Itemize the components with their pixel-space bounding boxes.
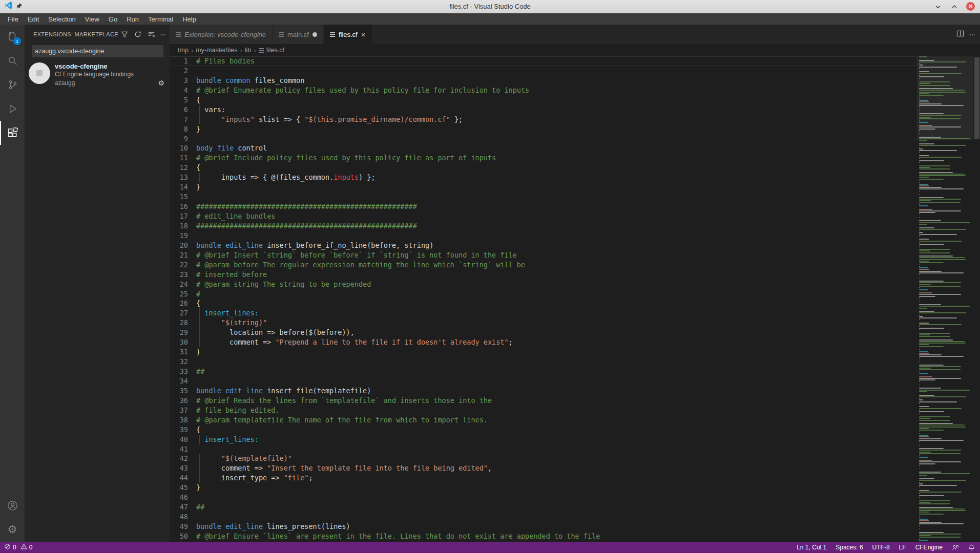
code-line[interactable]: 24# @param string The string to be prepe…: [170, 280, 973, 289]
breadcrumb-item[interactable]: my-masterfiles: [196, 47, 237, 54]
menu-item-view[interactable]: View: [80, 14, 104, 24]
breadcrumb-item[interactable]: tmp: [178, 47, 189, 54]
indentation-status[interactable]: Spaces: 6: [836, 544, 863, 551]
line-number[interactable]: 19: [170, 231, 196, 241]
line-number[interactable]: 21: [170, 250, 196, 260]
code-line[interactable]: 37# file being edited.: [170, 406, 973, 415]
code-line[interactable]: 20bundle edit_line insert_before_if_no_l…: [170, 241, 973, 250]
code-line[interactable]: 15: [170, 192, 973, 202]
tab-close-icon[interactable]: ×: [361, 31, 366, 38]
code-line[interactable]: 2: [170, 66, 973, 76]
code-line[interactable]: 47##: [170, 502, 973, 512]
code-line[interactable]: 25#: [170, 289, 973, 299]
code-line[interactable]: 12{: [170, 163, 973, 173]
code-line[interactable]: 49bundle edit_line lines_present(lines): [170, 522, 973, 531]
tab-files-cf[interactable]: files.cf×: [324, 25, 372, 44]
breadcrumb-item[interactable]: lib: [245, 47, 252, 54]
code-line[interactable]: 1# Files bodies: [170, 56, 973, 66]
line-number[interactable]: 23: [170, 270, 196, 280]
eol-status[interactable]: LF: [899, 544, 906, 551]
code-line[interactable]: 6 vars:: [170, 105, 973, 115]
problems-status[interactable]: 0 0: [4, 543, 32, 551]
close-button[interactable]: ✕: [966, 2, 975, 11]
code-line[interactable]: 30 comment => "Prepend a line to the fil…: [170, 337, 973, 347]
breadcrumb-item[interactable]: files.cf: [266, 47, 284, 54]
code-line[interactable]: 31}: [170, 347, 973, 357]
minimap[interactable]: [917, 56, 973, 542]
language-mode-status[interactable]: CFEngine: [915, 544, 943, 551]
line-number[interactable]: 48: [170, 512, 196, 522]
code-line[interactable]: 7 "inputs" slist => { "$(this.promise_di…: [170, 115, 973, 124]
explorer-icon[interactable]: 1: [0, 25, 25, 49]
code-line[interactable]: 34: [170, 376, 973, 386]
code-line[interactable]: 18######################################…: [170, 221, 973, 231]
code-line[interactable]: 5{: [170, 95, 973, 105]
code-line[interactable]: 10body file control: [170, 143, 973, 153]
line-number[interactable]: 45: [170, 483, 196, 493]
feedback-icon[interactable]: [952, 544, 959, 551]
line-number[interactable]: 16: [170, 202, 196, 211]
menu-item-help[interactable]: Help: [178, 14, 201, 24]
line-number[interactable]: 37: [170, 406, 196, 415]
line-number[interactable]: 12: [170, 163, 196, 173]
line-number[interactable]: 44: [170, 473, 196, 483]
modified-dot-icon[interactable]: [312, 32, 317, 37]
code-line[interactable]: 35bundle edit_line insert_file(templatef…: [170, 386, 973, 396]
code-line[interactable]: 43 comment => "Insert the template file …: [170, 463, 973, 473]
code-line[interactable]: 44 insert_type => "file";: [170, 473, 973, 483]
line-number[interactable]: 3: [170, 76, 196, 86]
line-number[interactable]: 17: [170, 211, 196, 221]
code-line[interactable]: 14}: [170, 182, 973, 192]
line-number[interactable]: 7: [170, 115, 196, 124]
code-line[interactable]: 13 inputs => { @(files_common.inputs) };: [170, 173, 973, 182]
code-line[interactable]: 46: [170, 493, 973, 502]
line-number[interactable]: 13: [170, 173, 196, 182]
extension-search-input[interactable]: [32, 48, 163, 55]
source-control-icon[interactable]: [0, 73, 25, 97]
line-number[interactable]: 30: [170, 337, 196, 347]
line-number[interactable]: 26: [170, 299, 196, 308]
line-number[interactable]: 10: [170, 143, 196, 153]
code-editor[interactable]: 1# Files bodies23bundle common files_com…: [170, 56, 980, 542]
line-number[interactable]: 46: [170, 493, 196, 502]
line-number[interactable]: 40: [170, 435, 196, 444]
code-line[interactable]: 50# @brief Ensure `lines` are present in…: [170, 531, 973, 541]
line-number[interactable]: 9: [170, 134, 196, 144]
line-number[interactable]: 33: [170, 367, 196, 376]
split-editor-icon[interactable]: [956, 30, 964, 39]
code-line[interactable]: 23# inserted before: [170, 270, 973, 280]
pin-icon[interactable]: [16, 2, 23, 11]
code-line[interactable]: 42 "$(templatefile)": [170, 454, 973, 463]
line-number[interactable]: 8: [170, 124, 196, 134]
code-line[interactable]: 38# @param templatefile The name of the …: [170, 415, 973, 425]
refresh-icon[interactable]: [133, 30, 142, 39]
code-line[interactable]: 11# @brief Include policy files used by …: [170, 153, 973, 163]
menu-item-go[interactable]: Go: [104, 14, 122, 24]
line-number[interactable]: 20: [170, 241, 196, 250]
line-number[interactable]: 14: [170, 182, 196, 192]
line-number[interactable]: 50: [170, 531, 196, 541]
menu-item-terminal[interactable]: Terminal: [143, 14, 178, 24]
settings-gear-icon[interactable]: ⚙: [0, 518, 25, 542]
line-number[interactable]: 47: [170, 502, 196, 512]
code-line[interactable]: 3bundle common files_common: [170, 76, 973, 86]
code-line[interactable]: 26{: [170, 299, 973, 308]
maximize-icon[interactable]: [950, 2, 959, 11]
line-number[interactable]: 18: [170, 221, 196, 231]
line-number[interactable]: 34: [170, 376, 196, 386]
line-number[interactable]: 24: [170, 280, 196, 289]
code-line[interactable]: 39{: [170, 425, 973, 435]
line-number[interactable]: 39: [170, 425, 196, 435]
tab-main-cf[interactable]: main.cf: [273, 25, 324, 44]
code-line[interactable]: 48: [170, 512, 973, 522]
account-icon[interactable]: [0, 494, 25, 518]
line-number[interactable]: 11: [170, 153, 196, 163]
scrollbar-thumb[interactable]: [974, 57, 979, 139]
line-number[interactable]: 36: [170, 396, 196, 406]
line-number[interactable]: 6: [170, 105, 196, 115]
line-number[interactable]: 4: [170, 86, 196, 95]
editor-scrollbar[interactable]: [973, 56, 980, 542]
tab-extension-vscode-cfengine[interactable]: Extension: vscode-cfengine: [170, 25, 273, 44]
search-icon[interactable]: [0, 49, 25, 73]
code-line[interactable]: 41: [170, 444, 973, 454]
